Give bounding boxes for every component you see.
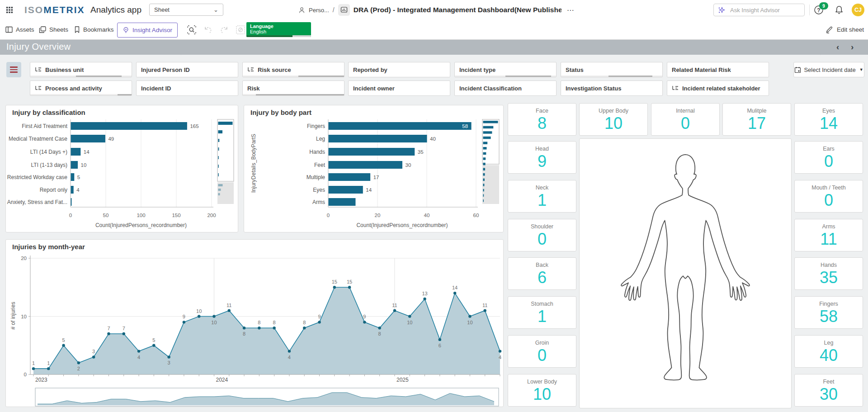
filter-scrollbar[interactable] — [243, 76, 344, 77]
kpi-feet[interactable]: Feet30 — [794, 374, 863, 407]
filter-scrollbar[interactable] — [561, 76, 662, 77]
filter-scrollbar[interactable] — [30, 94, 132, 95]
filter-process-and-activity[interactable]: Process and activity — [30, 81, 132, 96]
filter-risk-source[interactable]: Risk source — [242, 62, 344, 77]
smart-search-icon[interactable] — [186, 24, 197, 35]
svg-text:InjuryDetails_BodyPartS: InjuryDetails_BodyPartS — [250, 134, 257, 193]
next-sheet-icon[interactable]: › — [851, 42, 854, 52]
filter-status[interactable]: Status — [561, 62, 663, 77]
drilldown-icon — [672, 85, 679, 91]
svg-text:10: 10 — [81, 162, 87, 168]
bell-icon[interactable] — [835, 5, 844, 14]
breadcrumb-owner[interactable]: Perso... — [309, 7, 329, 14]
kpi-upper-body[interactable]: Upper Body10 — [579, 103, 648, 136]
tab-assets[interactable]: Assets — [5, 20, 34, 39]
kpi-fingers[interactable]: Fingers58 — [794, 296, 863, 329]
kpi-head[interactable]: Head9 — [508, 141, 576, 174]
month-year-area-chart[interactable]: 01020# of injuries2023202420251152377453… — [6, 240, 503, 407]
filter-reported-by[interactable]: Reported by — [348, 62, 450, 77]
svg-text:Leg: Leg — [316, 136, 325, 142]
kpi-mulitple[interactable]: Mulitple17 — [722, 103, 791, 136]
edit-sheet-button[interactable]: Edit sheet — [826, 20, 864, 39]
svg-text:9: 9 — [183, 314, 185, 319]
svg-text:0: 0 — [69, 213, 72, 218]
svg-text:Count(InjuredPersons_recordnum: Count(InjuredPersons_recordnumber) — [356, 222, 448, 228]
svg-text:Eyes: Eyes — [313, 187, 325, 193]
kpi-back[interactable]: Back6 — [508, 257, 576, 290]
prev-sheet-icon[interactable]: ‹ — [836, 42, 839, 52]
search-input[interactable] — [729, 6, 799, 14]
svg-text:9: 9 — [363, 314, 366, 319]
filter-incident-id[interactable]: Incident ID — [136, 81, 238, 96]
divider — [809, 5, 810, 15]
tab-assets-label: Assets — [16, 26, 34, 33]
tab-bookmarks[interactable]: Bookmarks — [74, 20, 114, 39]
filter-select-incident-date[interactable]: Select Incident date ▼ — [793, 62, 864, 77]
filter-menu-button[interactable] — [6, 62, 21, 77]
filter-label: Incident type — [459, 66, 495, 73]
kpi-label: Groin — [508, 340, 576, 346]
breadcrumb-app-name[interactable]: DRA (Prod) - Integrated Management Dashb… — [354, 6, 561, 14]
undo-icon[interactable] — [203, 24, 213, 35]
filter-risk[interactable]: Risk — [242, 81, 344, 96]
filter-scrollbar[interactable] — [455, 76, 556, 77]
kpi-shoulder[interactable]: Shoulder0 — [508, 219, 576, 251]
kpi-lower-body[interactable]: Lower Body10 — [508, 374, 576, 407]
sheet-selector[interactable]: Sheet ⌄ — [149, 4, 223, 16]
kpi-ears[interactable]: Ears0 — [794, 141, 863, 174]
help-button[interactable]: ? 9 — [814, 5, 826, 16]
svg-text:14: 14 — [366, 187, 372, 193]
tab-sheets[interactable]: Sheets — [39, 20, 68, 39]
kpi-leg[interactable]: Leg40 — [794, 335, 863, 368]
clear-selections-icon[interactable] — [235, 24, 246, 35]
language-badge[interactable]: Language English — [246, 22, 311, 37]
filter-incident-classification[interactable]: Incident Classification — [454, 81, 557, 96]
kpi-face[interactable]: Face8 — [508, 103, 576, 136]
more-menu-icon[interactable]: ⋯ — [565, 6, 576, 14]
svg-text:First Aid Treatment: First Aid Treatment — [22, 123, 67, 129]
svg-text:# of injuries: # of injuries — [10, 302, 16, 329]
kpi-value: 40 — [795, 347, 863, 364]
kpi-hands[interactable]: Hands35 — [794, 257, 863, 290]
svg-text:5: 5 — [152, 337, 155, 343]
app-waffle-icon[interactable] — [6, 7, 13, 13]
kpi-value: 8 — [508, 115, 576, 132]
svg-text:4: 4 — [137, 355, 140, 360]
insight-advisor-search[interactable] — [713, 4, 805, 16]
filter-related-material-risk[interactable]: Related Material Risk — [667, 62, 769, 77]
kpi-arms[interactable]: Arms11 — [794, 219, 863, 251]
svg-text:10: 10 — [407, 320, 412, 325]
kpi-neck[interactable]: Neck1 — [508, 180, 576, 213]
filter-business-unit[interactable]: Business unit — [30, 62, 132, 77]
filter-investigation-status[interactable]: Investigation Status — [561, 81, 663, 96]
svg-text:50: 50 — [103, 213, 109, 218]
filter-label: Business unit — [45, 66, 84, 73]
kpi-value: 35 — [795, 269, 863, 286]
svg-text:6: 6 — [439, 343, 441, 348]
insight-advisor-button[interactable]: Insight Advisor — [117, 23, 178, 38]
svg-text:2025: 2025 — [396, 377, 409, 383]
svg-text:Report only: Report only — [40, 187, 67, 193]
kpi-internal[interactable]: Internal0 — [651, 103, 720, 136]
bodypart-bar-chart[interactable]: 0204060Fingers58Leg40Hands35Feet30Multip… — [244, 105, 503, 232]
filter-incident-owner[interactable]: Incident owner — [348, 81, 450, 96]
classification-bar-chart[interactable]: 050100150200First Aid Treatment165Medica… — [6, 105, 238, 232]
kpi-mouth-teeth[interactable]: Mouth / Teeth0 — [794, 180, 863, 213]
kpi-value: 58 — [795, 308, 863, 325]
svg-text:Medical Treatment Case: Medical Treatment Case — [9, 136, 67, 142]
filter-scrollbar[interactable] — [243, 94, 344, 95]
kpi-stomach[interactable]: Stomach1 — [508, 296, 576, 329]
svg-text:Restricted Workday case: Restricted Workday case — [7, 174, 67, 180]
app-thumbnail-icon — [338, 4, 350, 16]
filter-scrollbar[interactable] — [30, 76, 132, 77]
chart-title: Injury by body part — [250, 109, 311, 116]
kpi-label: Internal — [651, 108, 719, 114]
filter-incident-related-stakeholder[interactable]: Incident related stakeholder — [667, 81, 769, 96]
svg-text:5: 5 — [62, 337, 65, 343]
filter-injured-person-id[interactable]: Injured Person ID — [136, 62, 238, 77]
kpi-groin[interactable]: Groin0 — [508, 335, 576, 368]
kpi-eyes[interactable]: Eyes14 — [794, 103, 863, 136]
redo-icon[interactable] — [219, 24, 230, 35]
filter-incident-type[interactable]: Incident type — [454, 62, 557, 77]
avatar[interactable]: CJ — [852, 4, 864, 16]
